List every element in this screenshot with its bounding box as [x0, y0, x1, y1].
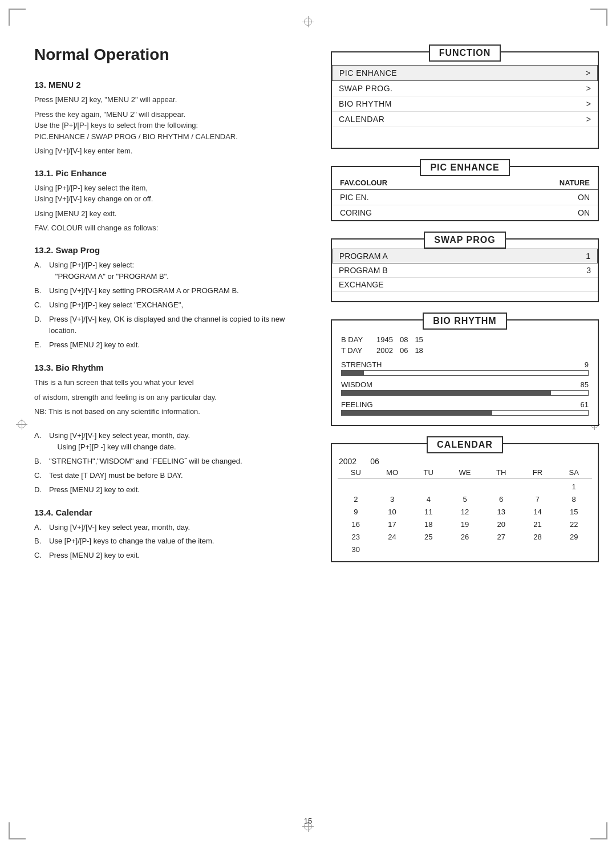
strength-bar-row: STRENGTH 9 — [341, 360, 589, 376]
strength-bar-fill — [342, 371, 364, 375]
bio-bday-day: 15 — [415, 335, 423, 344]
pic-enhance-header-row: FAV.COLOUR NATURE — [332, 176, 598, 190]
strength-bar-track — [341, 370, 589, 376]
pic-enhance-row-pic-en: PIC EN. ON — [332, 190, 598, 205]
left-column: Normal Operation 13. MENU 2 Press [MENU … — [0, 0, 319, 848]
calendar-panel-title-bar: CALENDAR — [332, 444, 598, 453]
calendar-header: 2002 06 — [332, 453, 598, 468]
list-item: A. Using [P+]/[P-] key select: "PROGRAM … — [34, 259, 302, 283]
pic-enhance-panel: PIC ENHANCE FAV.COLOUR NATURE PIC EN. ON… — [331, 166, 599, 221]
wisdom-bar-track — [341, 390, 589, 396]
wisdom-label: WISDOM — [341, 380, 372, 389]
swap-prog-panel-content: PROGRAM A 1 PROGRAM B 3 EXCHANGE — [332, 249, 598, 301]
feeling-label-line: FEELING 61 — [341, 400, 589, 409]
cal-week-1: 1 — [338, 481, 592, 493]
section-13-1-header: 13.1. Pic Enhance — [34, 168, 302, 178]
section-13-para3: Using [V+]/[V-] key enter item. — [34, 145, 302, 157]
cal-week-6: 30 — [338, 543, 592, 556]
swap-prog-row-b: PROGRAM B 3 — [332, 263, 598, 278]
bio-tday-row: T DAY 2002 06 18 — [341, 345, 589, 356]
cal-day-fr: FR — [520, 468, 556, 477]
function-panel: FUNCTION PIC ENHANCE > SWAP PROG. > BIO … — [331, 51, 599, 149]
pic-enhance-panel-title: PIC ENHANCE — [420, 159, 509, 176]
function-row-bio-rhythm: BIO RHYTHM > — [332, 96, 598, 112]
wisdom-bar-fill — [342, 391, 551, 395]
strength-value: 9 — [585, 360, 589, 369]
cal-week-2: 2 3 4 5 6 7 8 — [338, 493, 592, 506]
feeling-bar-row: FEELING 61 — [341, 400, 589, 416]
bio-rhythm-panel-title: BIO RHYTHM — [423, 313, 506, 330]
section-13-header: 13. MENU 2 — [34, 80, 302, 90]
list-item: C. Using [P+]/[P-] key select "EXCHANGE"… — [34, 299, 302, 311]
swap-prog-row-exchange: EXCHANGE — [332, 278, 598, 292]
section-13-1-para2: Using [MENU 2] key exit. — [34, 208, 302, 220]
bio-bday-row: B DAY 1945 08 15 — [341, 334, 589, 345]
cal-day-th: TH — [483, 468, 520, 477]
section-13-para1: Press [MENU 2] key, "MENU 2" will appear… — [34, 94, 302, 106]
section-13-3-para2: of wisdom, strength and feeling is on an… — [34, 392, 302, 403]
calendar-panel: CALENDAR 2002 06 SU MO TU WE TH FR SA — [331, 443, 599, 562]
page: Normal Operation 13. MENU 2 Press [MENU … — [0, 0, 616, 848]
bio-tday-label: T DAY — [341, 346, 370, 355]
list-item: B. "STRENGTH","WISDOM" and ˙FEELING˝ wil… — [34, 456, 302, 468]
function-row-pic-enhance: PIC ENHANCE > — [332, 65, 598, 81]
calendar-month: 06 — [370, 457, 379, 466]
swap-prog-panel-title-bar: SWAP PROG — [332, 240, 598, 249]
function-panel-title-bar: FUNCTION — [332, 52, 598, 62]
list-item: C. Test date [T DAY] must be before B DA… — [34, 470, 302, 482]
function-row-calendar: CALENDAR > — [332, 112, 598, 127]
list-item: B. Use [P+]/[P-] keys to change the valu… — [34, 535, 302, 547]
cal-day-mo: MO — [374, 468, 411, 477]
list-item: A. Using [V+]/[V-] key select year, mont… — [34, 430, 302, 454]
function-panel-content: PIC ENHANCE > SWAP PROG. > BIO RHYTHM > … — [332, 62, 598, 148]
pic-enhance-row-coring: CORING ON — [332, 205, 598, 220]
cal-day-su: SU — [338, 468, 374, 477]
feeling-value: 61 — [581, 400, 589, 409]
cal-week-3: 9 10 11 12 13 14 15 — [338, 506, 592, 518]
bio-bday-month: 08 — [400, 335, 408, 344]
wisdom-value: 85 — [581, 380, 589, 389]
bio-tday-month: 06 — [400, 346, 408, 355]
cal-day-sa: SA — [556, 468, 592, 477]
calendar-year: 2002 — [339, 457, 356, 466]
section-13-3-para1: This is a fun screen that tells you what… — [34, 377, 302, 388]
section-13-3: 13.3. Bio Rhythm This is a fun screen th… — [34, 363, 302, 496]
section-13-1-para3: FAV. COLOUR will change as follows: — [34, 222, 302, 234]
list-item: A. Using [V+]/[V-] key select year, mont… — [34, 522, 302, 534]
section-13-1-para1: Using [P+]/[P-] key select the item,Usin… — [34, 182, 302, 205]
list-item: B. Using [V+]/[V-] key setting PROGRAM A… — [34, 285, 302, 297]
feeling-label: FEELING — [341, 400, 373, 409]
section-13-3-header: 13.3. Bio Rhythm — [34, 363, 302, 372]
swap-prog-panel-title: SWAP PROG — [424, 232, 505, 249]
reg-mark-left — [16, 419, 27, 430]
list-item: E. Press [MENU 2] key to exit. — [34, 339, 302, 351]
section-13-2-header: 13.2. Swap Prog — [34, 245, 302, 255]
swap-prog-row-a: PROGRAM A 1 — [332, 249, 598, 263]
cal-day-tu: TU — [410, 468, 447, 477]
section-13-4-header: 13.4. Calendar — [34, 508, 302, 517]
bio-bday-label: B DAY — [341, 335, 370, 344]
pic-enhance-panel-title-bar: PIC ENHANCE — [332, 167, 598, 176]
wisdom-bar-row: WISDOM 85 — [341, 380, 589, 396]
strength-label: STRENGTH — [341, 360, 382, 369]
bio-rhythm-panel: BIO RHYTHM B DAY 1945 08 15 T DAY 2002 0… — [331, 319, 599, 426]
bio-rhythm-panel-title-bar: BIO RHYTHM — [332, 320, 598, 330]
section-13-para2: Press the key again, "MENU 2" will disap… — [34, 109, 302, 143]
corner-mark-tl — [9, 9, 26, 26]
feeling-bar-track — [341, 410, 589, 416]
list-item: D. Press [MENU 2] key to exit. — [34, 484, 302, 496]
bio-tday-year: 2002 — [376, 346, 393, 355]
bio-bday-year: 1945 — [376, 335, 393, 344]
swap-prog-panel: SWAP PROG PROGRAM A 1 PROGRAM B 3 EXCHAN… — [331, 238, 599, 302]
cal-week-4: 16 17 18 19 20 21 22 — [338, 518, 592, 531]
page-title: Normal Operation — [34, 46, 302, 64]
corner-mark-tr — [590, 9, 607, 26]
calendar-panel-title: CALENDAR — [427, 436, 503, 453]
bio-rhythm-panel-content: B DAY 1945 08 15 T DAY 2002 06 18 STRENG… — [332, 330, 598, 425]
list-item: D. Press [V+]/[V-] key, OK is displayed … — [34, 314, 302, 338]
right-column: FUNCTION PIC ENHANCE > SWAP PROG. > BIO … — [319, 0, 616, 848]
function-row-swap-prog: SWAP PROG. > — [332, 81, 598, 96]
section-13-2: 13.2. Swap Prog A. Using [P+]/[P-] key s… — [34, 245, 302, 352]
corner-mark-bl — [9, 822, 26, 839]
reg-mark-top — [302, 16, 314, 27]
